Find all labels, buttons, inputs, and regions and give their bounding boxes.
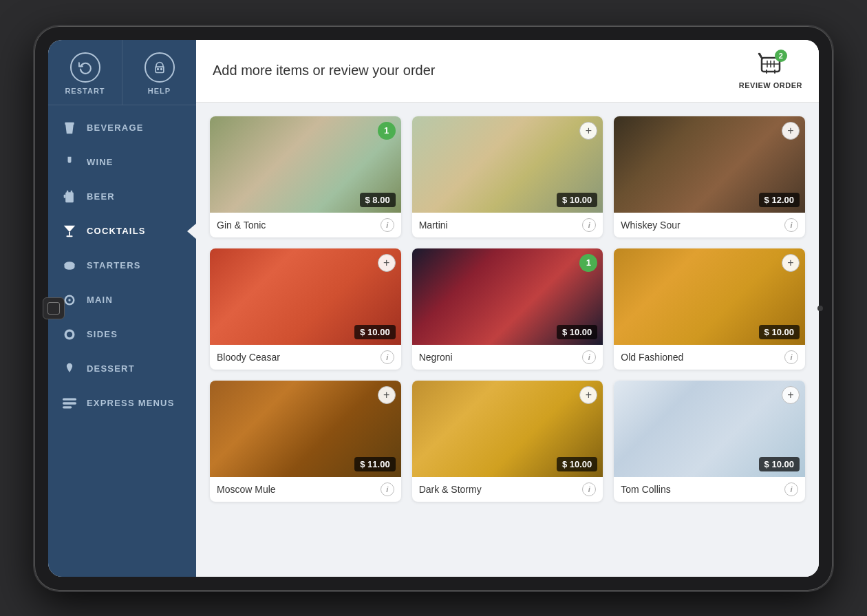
main-content: Add more items or review your order	[196, 40, 819, 577]
menu-card-martini[interactable]: +$ 10.00Martinii	[412, 116, 603, 237]
price-tag-whiskey-sour: $ 12.00	[759, 193, 800, 207]
info-button-gin-tonic[interactable]: i	[381, 218, 394, 232]
menu-card-old-fashioned[interactable]: +$ 10.00Old Fashionedi	[614, 248, 805, 370]
sidebar-item-starters[interactable]: STARTERS	[48, 248, 196, 283]
sidebar-item-sides[interactable]: SIDES	[48, 317, 196, 352]
menu-card-whiskey-sour[interactable]: +$ 12.00Whiskey Souri	[614, 116, 805, 237]
menu-grid: 1$ 8.00Gin & Tonici+$ 10.00Martinii+$ 12…	[196, 103, 819, 577]
menu-card-bloody-ceasar[interactable]: +$ 10.00Bloody Ceasari	[210, 248, 401, 370]
card-image-whiskey-sour: +$ 12.00	[614, 116, 805, 213]
info-button-dark-stormy[interactable]: i	[582, 482, 596, 496]
card-image-dark-stormy: +$ 10.00	[412, 381, 603, 477]
card-footer-moscow-mule: Moscow Mulei	[210, 477, 401, 502]
card-footer-tom-collins: Tom Collinsi	[614, 477, 805, 502]
right-dot	[817, 306, 823, 311]
card-image-tom-collins: +$ 10.00	[614, 381, 805, 477]
menu-card-tom-collins[interactable]: +$ 10.00Tom Collinsi	[614, 381, 805, 502]
price-tag-martini: $ 10.00	[557, 193, 597, 207]
sidebar-item-express[interactable]: EXPRESS MENUS	[48, 386, 196, 421]
card-name-whiskey-sour: Whiskey Sour	[621, 220, 680, 231]
sidebar-item-cocktails[interactable]: COCKTAILS	[48, 214, 196, 248]
beverage-icon	[62, 120, 77, 136]
card-name-tom-collins: Tom Collins	[621, 484, 670, 495]
info-button-negroni[interactable]: i	[582, 350, 596, 364]
card-image-moscow-mule: +$ 11.00	[210, 381, 401, 477]
sidebar-item-dessert[interactable]: DESSERT	[48, 352, 196, 386]
price-tag-gin-tonic: $ 8.00	[360, 193, 396, 207]
card-image-gin-tonic: 1$ 8.00	[210, 116, 401, 213]
review-order-label: REVIEW ORDER	[739, 81, 802, 89]
card-footer-old-fashioned: Old Fashionedi	[614, 345, 805, 370]
card-image-martini: +$ 10.00	[412, 116, 603, 213]
help-button[interactable]: HELP	[122, 40, 196, 105]
menu-card-dark-stormy[interactable]: +$ 10.00Dark & Stormyi	[412, 381, 603, 502]
card-name-negroni: Negroni	[419, 352, 453, 363]
svg-rect-6	[71, 190, 73, 192]
info-button-martini[interactable]: i	[582, 218, 596, 232]
sidebar-label-main: MAIN	[87, 295, 113, 305]
svg-rect-5	[67, 190, 69, 192]
svg-rect-4	[64, 194, 66, 198]
dessert-icon	[62, 361, 77, 376]
info-button-tom-collins[interactable]: i	[784, 482, 798, 496]
sidebar-label-express: EXPRESS MENUS	[87, 398, 175, 408]
qty-badge-negroni[interactable]: 1	[579, 254, 597, 272]
card-footer-martini: Martinii	[412, 213, 603, 237]
sidebar-top-controls: RESTART HELP	[48, 40, 196, 105]
sidebar-label-wine: WINE	[87, 157, 114, 167]
add-button-martini[interactable]: +	[579, 122, 597, 140]
svg-rect-2	[65, 122, 74, 124]
info-button-bloody-ceasar[interactable]: i	[381, 350, 394, 364]
starters-icon	[62, 258, 77, 273]
svg-point-15	[67, 331, 72, 337]
card-name-dark-stormy: Dark & Stormy	[419, 484, 482, 495]
svg-point-0	[157, 68, 158, 70]
card-image-old-fashioned: +$ 10.00	[614, 248, 805, 345]
card-footer-negroni: Negronii	[412, 345, 603, 370]
card-name-bloody-ceasar: Bloody Ceasar	[217, 352, 280, 363]
card-footer-whiskey-sour: Whiskey Souri	[614, 213, 805, 237]
svg-marker-7	[64, 225, 75, 231]
sidebar-label-beverage: BEVERAGE	[87, 123, 144, 133]
svg-rect-9	[66, 235, 72, 237]
menu-card-gin-tonic[interactable]: 1$ 8.00Gin & Tonici	[210, 116, 401, 237]
add-button-whiskey-sour[interactable]: +	[782, 122, 800, 140]
sidebar-label-cocktails: COCKTAILS	[87, 226, 146, 236]
price-tag-tom-collins: $ 10.00	[759, 457, 800, 471]
sidebar-item-main[interactable]: MAIN	[48, 283, 196, 317]
add-button-bloody-ceasar[interactable]: +	[378, 254, 396, 272]
sidebar-item-wine[interactable]: WINE	[48, 145, 196, 180]
price-tag-moscow-mule: $ 11.00	[354, 457, 395, 471]
menu-card-negroni[interactable]: 1$ 10.00Negronii	[412, 248, 603, 370]
add-button-old-fashioned[interactable]: +	[782, 254, 800, 272]
sidebar: RESTART HELP	[48, 40, 196, 577]
restart-icon	[70, 52, 100, 83]
menu-card-moscow-mule[interactable]: +$ 11.00Moscow Mulei	[210, 381, 401, 502]
sidebar-label-sides: SIDES	[87, 329, 118, 339]
card-name-old-fashioned: Old Fashioned	[621, 352, 683, 363]
review-order-button[interactable]: 2 REVIEW ORDER	[739, 52, 802, 89]
svg-rect-18	[63, 406, 72, 408]
add-button-moscow-mule[interactable]: +	[378, 386, 396, 404]
card-footer-bloody-ceasar: Bloody Ceasari	[210, 345, 401, 370]
svg-rect-8	[69, 231, 70, 235]
card-footer-dark-stormy: Dark & Stormyi	[412, 477, 603, 502]
add-button-tom-collins[interactable]: +	[782, 386, 800, 404]
screen: RESTART HELP	[48, 40, 819, 577]
info-button-whiskey-sour[interactable]: i	[784, 218, 798, 232]
sidebar-label-beer: BEER	[87, 191, 115, 202]
info-button-moscow-mule[interactable]: i	[381, 482, 394, 496]
page-title: Add more items or review your order	[213, 63, 435, 78]
add-button-dark-stormy[interactable]: +	[579, 386, 597, 404]
sidebar-navigation: BEVERAGE WINE BEER	[48, 105, 196, 577]
sidebar-item-beer[interactable]: BEER	[48, 180, 196, 214]
sidebar-item-beverage[interactable]: BEVERAGE	[48, 111, 196, 145]
info-button-old-fashioned[interactable]: i	[784, 350, 798, 364]
price-tag-dark-stormy: $ 10.00	[557, 457, 597, 471]
svg-rect-3	[65, 192, 74, 202]
qty-badge-gin-tonic[interactable]: 1	[378, 122, 396, 140]
price-tag-bloody-ceasar: $ 10.00	[354, 325, 395, 339]
restart-button[interactable]: RESTART	[48, 40, 122, 105]
price-tag-negroni: $ 10.00	[557, 325, 597, 339]
card-name-gin-tonic: Gin & Tonic	[217, 220, 266, 231]
